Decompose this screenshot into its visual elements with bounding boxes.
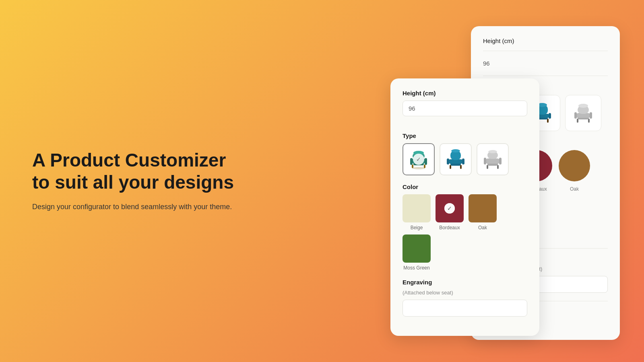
front-color-moss[interactable]: Moss Green: [402, 234, 431, 271]
svg-point-49: [488, 150, 497, 153]
svg-rect-34: [450, 165, 451, 169]
divider-2: [483, 76, 608, 76]
front-chair-option-3[interactable]: [477, 143, 509, 175]
card-front: Height (cm) Type ✓: [390, 78, 539, 336]
front-swatch-bordeaux: ✓: [436, 194, 464, 222]
main-heading: A Product Customizer to suit all your de…: [32, 149, 242, 193]
bordeaux-check: ✓: [444, 203, 455, 214]
svg-rect-42: [487, 165, 488, 169]
svg-rect-30: [410, 158, 413, 165]
svg-rect-17: [577, 119, 578, 123]
svg-point-24: [578, 104, 588, 108]
front-type-label: Type: [402, 132, 527, 139]
front-color-bordeaux[interactable]: ✓ Bordeaux: [436, 194, 464, 230]
front-check-1: ✓: [413, 154, 424, 165]
svg-point-41: [451, 149, 460, 152]
front-color-beige[interactable]: Beige: [402, 194, 431, 230]
svg-point-25: [412, 167, 425, 169]
front-color-section: Color Beige ✓ Bordeaux Oak: [402, 183, 527, 271]
front-label-bordeaux: Bordeaux: [439, 225, 460, 230]
hero-text: A Product Customizer to suit all your de…: [32, 149, 242, 212]
svg-rect-10: [547, 119, 549, 123]
front-engraving-label: Engraving: [402, 279, 527, 286]
back-height-label: Height (cm): [483, 37, 608, 44]
front-chair-option-1[interactable]: ✓: [402, 143, 435, 175]
front-type-section: Type ✓: [402, 132, 527, 175]
back-color-oak[interactable]: Oak: [559, 150, 590, 192]
svg-rect-18: [588, 119, 590, 123]
front-color-row-1: Beige ✓ Bordeaux Oak: [402, 194, 527, 230]
front-label-beige: Beige: [411, 225, 423, 230]
svg-rect-31: [425, 158, 427, 165]
front-chair-icon-3: [481, 147, 505, 171]
back-height-section: Height (cm) 96: [483, 37, 608, 76]
back-circle-oak: [559, 150, 590, 181]
svg-rect-38: [447, 158, 449, 165]
svg-rect-22: [590, 112, 592, 119]
svg-rect-14: [549, 113, 551, 119]
svg-rect-47: [499, 158, 502, 165]
svg-rect-27: [424, 165, 425, 168]
front-label-oak: Oak: [478, 225, 487, 230]
divider-1: [483, 51, 608, 51]
svg-rect-39: [462, 158, 464, 165]
front-height-section: Height (cm): [402, 90, 527, 124]
sub-heading: Design your configurator to blend seamle…: [32, 202, 242, 213]
front-swatch-beige: [402, 194, 431, 222]
front-chair-icon-2: [444, 147, 468, 171]
front-swatch-moss: [402, 234, 431, 263]
front-height-label: Height (cm): [402, 90, 527, 97]
back-height-value: 96: [483, 58, 608, 69]
front-color-label: Color: [402, 183, 527, 190]
front-chair-option-2[interactable]: [440, 143, 472, 175]
svg-rect-46: [484, 158, 486, 165]
front-height-input[interactable]: [402, 101, 527, 116]
svg-rect-45: [485, 158, 500, 164]
front-color-oak[interactable]: Oak: [469, 194, 497, 230]
svg-rect-21: [574, 112, 577, 119]
front-color-row-2: Moss Green: [402, 234, 527, 271]
front-engraving-section: Engraving (Attached below seat): [402, 279, 527, 317]
svg-rect-26: [412, 165, 413, 168]
chair-icon-3: [571, 101, 595, 125]
svg-rect-43: [497, 165, 499, 169]
front-swatch-oak: [469, 194, 497, 222]
front-label-moss: Moss Green: [403, 265, 429, 271]
front-engraving-sub: (Attached below seat): [402, 290, 527, 296]
svg-rect-35: [460, 165, 462, 169]
back-label-oak: Oak: [570, 186, 579, 192]
front-engraving-input[interactable]: [402, 300, 527, 317]
back-chair-option-3[interactable]: [565, 95, 601, 131]
front-type-row: ✓: [402, 143, 527, 175]
